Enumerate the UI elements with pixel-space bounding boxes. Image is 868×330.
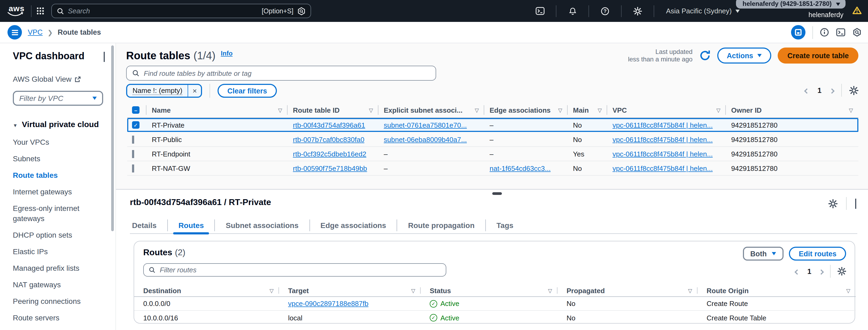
- filter-icon[interactable]: ▽: [548, 288, 552, 293]
- filter-icon[interactable]: ▽: [411, 288, 415, 293]
- tab-routes[interactable]: Routes: [168, 217, 215, 234]
- breadcrumb-root-link[interactable]: VPC: [28, 28, 43, 36]
- vpc-link[interactable]: vpc-0611f8cc8f475b84f | helen...: [613, 164, 713, 172]
- col-main[interactable]: Main▽: [568, 102, 607, 118]
- filter-icon[interactable]: ▽: [598, 107, 602, 113]
- split-panel-toggle-button[interactable]: [791, 25, 805, 39]
- col-route-table-id[interactable]: Route table ID▽: [287, 102, 378, 118]
- filter-icon[interactable]: ▽: [270, 288, 274, 293]
- warning-icon[interactable]: [852, 6, 862, 14]
- sidebar-item-dhcp-option-sets[interactable]: DHCP option sets: [13, 230, 93, 240]
- info-link[interactable]: Info: [221, 50, 232, 57]
- notifications-bell-icon[interactable]: [562, 7, 583, 15]
- filter-by-vpc-select[interactable]: Filter by VPC: [13, 91, 103, 106]
- route-table-id-link[interactable]: rtb-007b7caf0bc830fa0: [293, 135, 364, 143]
- sidebar-scrollbar[interactable]: [111, 45, 114, 231]
- row-checkbox[interactable]: [132, 164, 134, 172]
- region-selector[interactable]: Asia Pacific (Sydney): [666, 7, 740, 15]
- remove-filter-button[interactable]: ×: [188, 85, 201, 97]
- sidebar-item-peering-connections[interactable]: Peering connections: [13, 296, 93, 306]
- row-checkbox[interactable]: [132, 135, 134, 143]
- table-row[interactable]: RT-Public rtb-007b7caf0bc830fa0 subnet-0…: [127, 132, 858, 147]
- find-route-tables-input[interactable]: [144, 69, 430, 77]
- previous-page-button[interactable]: [805, 86, 809, 95]
- split-panel-drag-handle[interactable]: [492, 192, 502, 195]
- col-owner-id[interactable]: Owner ID▽: [726, 102, 858, 118]
- next-page-button[interactable]: [819, 266, 823, 276]
- route-table-id-link[interactable]: rtb-00f43d754af396a61: [293, 121, 365, 129]
- refresh-button[interactable]: [699, 50, 711, 61]
- route-row[interactable]: 0.0.0.0/0 vpce-090c2897188e887fb ✓Active…: [134, 297, 856, 311]
- route-table-id-link[interactable]: rtb-00590f75e718b49bb: [293, 164, 367, 172]
- tab-subnet-associations[interactable]: Subnet associations: [215, 217, 309, 234]
- tab-tags[interactable]: Tags: [486, 217, 524, 234]
- tab-route-propagation[interactable]: Route propagation: [397, 217, 485, 234]
- vpce-link[interactable]: vpce-090c2897188e887fb: [288, 300, 369, 307]
- filter-routes-search[interactable]: [143, 263, 446, 276]
- row-checkbox[interactable]: ✓: [132, 121, 140, 129]
- sidebar-item-nat-gateways[interactable]: NAT gateways: [13, 280, 93, 290]
- info-icon[interactable]: [820, 28, 829, 37]
- col-edge-associations[interactable]: Edge associations▽: [484, 102, 568, 118]
- col-target[interactable]: Target▽: [279, 284, 421, 297]
- tab-edge-associations[interactable]: Edge associations: [310, 217, 397, 234]
- create-route-table-button[interactable]: Create route table: [778, 47, 858, 64]
- sidebar-item-elastic-ips[interactable]: Elastic IPs: [13, 247, 93, 257]
- table-preferences-gear-icon[interactable]: [849, 86, 858, 95]
- table-row[interactable]: RT-Endpoint rtb-0cf392c5dbeb16ed2 – – Ye…: [127, 147, 858, 161]
- current-page[interactable]: 1: [814, 86, 825, 94]
- sidebar-item-internet-gateways[interactable]: Internet gateways: [13, 187, 93, 197]
- filter-icon[interactable]: ▽: [849, 107, 853, 113]
- filter-icon[interactable]: ▽: [475, 107, 479, 113]
- vpc-link[interactable]: vpc-0611f8cc8f475b84f | helen...: [613, 150, 713, 158]
- sidebar-item-your-vpcs[interactable]: Your VPCs: [13, 137, 93, 147]
- nat-gateway-link[interactable]: nat-1f654cd63cc3...: [490, 164, 551, 172]
- filter-icon[interactable]: ▽: [558, 107, 562, 113]
- sidebar-item-egress-only-internet-gateways[interactable]: Egress-only internet gateways: [13, 203, 93, 224]
- col-name[interactable]: Name▽: [147, 102, 287, 118]
- subnet-link[interactable]: subnet-0761ea75801e70...: [384, 121, 467, 129]
- vpc-link[interactable]: vpc-0611f8cc8f475b84f | helen...: [613, 135, 713, 143]
- account-menu-button[interactable]: helenaferdy (9429-1851-2780): [736, 0, 845, 8]
- find-route-tables-search[interactable]: [126, 66, 436, 80]
- collapse-panel-button[interactable]: [855, 199, 856, 208]
- global-search[interactable]: [Option+S]: [51, 4, 311, 18]
- filter-routes-input[interactable]: [160, 266, 441, 274]
- services-grid-icon[interactable]: [37, 7, 44, 14]
- panel-preferences-gear-icon[interactable]: [829, 199, 838, 208]
- help-icon[interactable]: ?: [594, 7, 616, 15]
- aws-global-view-link[interactable]: AWS Global View: [13, 75, 105, 83]
- sidebar-item-managed-prefix-lists[interactable]: Managed prefix lists: [13, 263, 93, 273]
- filter-icon[interactable]: ▽: [716, 107, 720, 113]
- table-row[interactable]: ✓ RT-Private rtb-00f43d754af396a61 subne…: [127, 118, 858, 132]
- previous-page-button[interactable]: [796, 266, 799, 276]
- filter-icon[interactable]: ▽: [278, 107, 282, 113]
- side-nav-toggle-button[interactable]: [7, 25, 22, 39]
- col-vpc[interactable]: VPC▽: [607, 102, 726, 118]
- col-propagated[interactable]: Propagated▽: [557, 284, 698, 297]
- collapse-sidebar-button[interactable]: [104, 52, 105, 61]
- global-search-input[interactable]: [68, 7, 261, 15]
- routes-preferences-gear-icon[interactable]: [838, 267, 846, 275]
- cloudshell-icon[interactable]: [836, 28, 845, 36]
- col-destination[interactable]: Destination▽: [134, 284, 279, 297]
- row-checkbox[interactable]: [132, 150, 134, 158]
- settings-gear-icon[interactable]: [627, 7, 648, 15]
- aws-logo[interactable]: aws: [7, 5, 26, 16]
- current-page[interactable]: 1: [804, 267, 814, 275]
- sidebar-item-route-tables[interactable]: Route tables: [13, 170, 93, 180]
- sidebar-item-route-servers[interactable]: Route servers: [13, 313, 93, 323]
- col-status[interactable]: Status▽: [421, 284, 557, 297]
- route-table-id-link[interactable]: rtb-0cf392c5dbeb16ed2: [293, 150, 366, 158]
- section-virtual-private-cloud[interactable]: ▼ Virtual private cloud: [13, 120, 105, 129]
- filter-icon[interactable]: ▽: [369, 107, 373, 113]
- select-all-checkbox[interactable]: –: [132, 106, 140, 114]
- cloudshell-icon[interactable]: [529, 7, 551, 15]
- table-row[interactable]: RT-NAT-GW rtb-00590f75e718b49bb – nat-1f…: [127, 161, 858, 176]
- route-row[interactable]: 10.0.0.0/16 local ✓Active No Create Rout…: [134, 311, 856, 325]
- tab-details[interactable]: Details: [130, 217, 167, 234]
- clear-filters-button[interactable]: Clear filters: [218, 84, 277, 98]
- col-explicit-subnet[interactable]: Explicit subnet associ...▽: [378, 102, 484, 118]
- actions-button[interactable]: Actions: [717, 47, 771, 64]
- amazon-q-icon[interactable]: [852, 28, 862, 37]
